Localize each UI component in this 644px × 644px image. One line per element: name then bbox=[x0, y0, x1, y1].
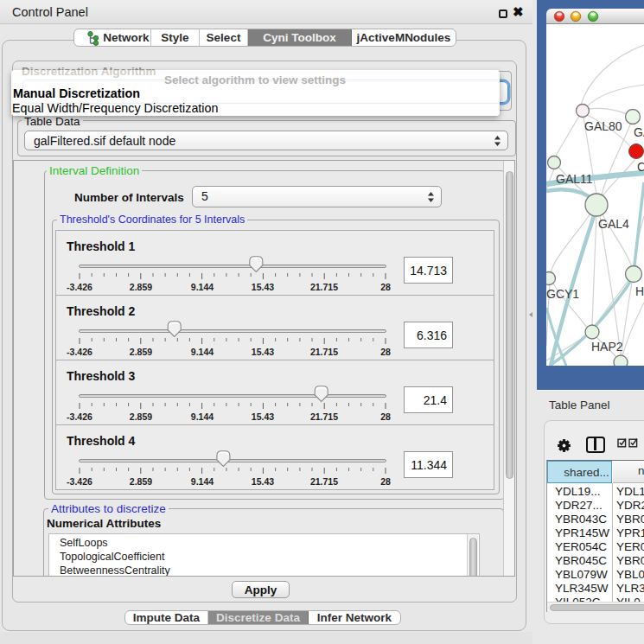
svg-text:C: C bbox=[637, 160, 644, 174]
svg-text:GA: GA bbox=[634, 125, 644, 139]
svg-text:GAL11: GAL11 bbox=[556, 172, 593, 186]
svg-text:GAL4: GAL4 bbox=[598, 217, 629, 231]
svg-text:H: H bbox=[635, 284, 644, 298]
svg-text:HAP2: HAP2 bbox=[591, 340, 623, 354]
svg-text:GAL80: GAL80 bbox=[584, 119, 622, 133]
svg-text:GCY1: GCY1 bbox=[546, 287, 579, 301]
